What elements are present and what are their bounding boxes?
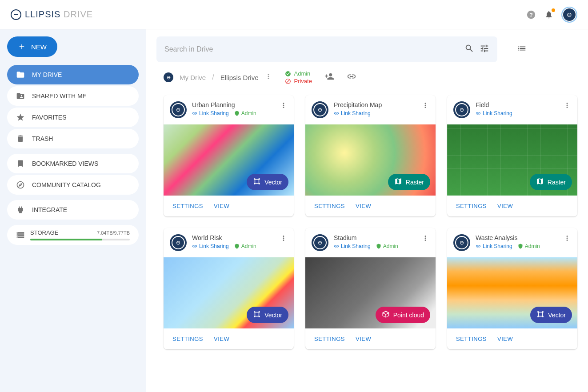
sidebar-item-favorites[interactable]: FAVORITES bbox=[7, 108, 139, 127]
plug-icon bbox=[16, 205, 25, 214]
search-box bbox=[156, 36, 497, 62]
card-preview[interactable]: Vector bbox=[164, 257, 294, 328]
storage-indicator[interactable]: STORAGE 7.04TB/9.77TB bbox=[7, 225, 139, 245]
sidebar-item-label: TRASH bbox=[32, 135, 53, 142]
search-input[interactable] bbox=[164, 45, 459, 53]
new-button[interactable]: NEW bbox=[7, 36, 57, 57]
card-more-icon[interactable] bbox=[563, 234, 571, 244]
card-logo-icon: ⊖ bbox=[170, 101, 187, 118]
main-content: ⊖ My Drive / Ellipsis Drive Admin Privat… bbox=[146, 29, 588, 392]
sidebar-item-integrate[interactable]: INTEGRATE bbox=[7, 200, 139, 220]
type-icon bbox=[536, 310, 544, 320]
card-settings-button[interactable]: SETTINGS bbox=[314, 203, 345, 209]
nav-secondary: BOOKMARKED VIEWS COMMUNITY CATALOG bbox=[7, 154, 139, 196]
card-item[interactable]: ⊖ Field Link Sharing Raster SETTINGS VIE… bbox=[447, 95, 577, 216]
card-logo-icon: ⊖ bbox=[312, 101, 328, 118]
card-more-icon[interactable] bbox=[563, 101, 571, 111]
card-more-icon[interactable] bbox=[421, 234, 429, 244]
card-view-button[interactable]: VIEW bbox=[356, 203, 371, 209]
sidebar-item-shared[interactable]: SHARED WITH ME bbox=[7, 86, 139, 106]
type-icon bbox=[382, 310, 390, 320]
search-icon[interactable] bbox=[464, 44, 474, 55]
card-more-icon[interactable] bbox=[280, 101, 288, 111]
cards-grid: ⊖ Urban Planning Link Sharing Admin Vect… bbox=[164, 95, 577, 360]
card-title: World Risk bbox=[192, 234, 274, 241]
card-item[interactable]: ⊖ Waste Analysis Link Sharing Admin Vect… bbox=[447, 228, 577, 349]
type-icon bbox=[253, 310, 261, 320]
card-view-button[interactable]: VIEW bbox=[497, 336, 513, 342]
trash-icon bbox=[16, 134, 25, 143]
link-icon bbox=[192, 244, 197, 249]
card-type-badge: Raster bbox=[530, 174, 572, 190]
card-preview[interactable]: Vector bbox=[164, 124, 294, 196]
card-item[interactable]: ⊖ Stadium Link Sharing Admin Point cloud… bbox=[305, 228, 436, 349]
card-settings-button[interactable]: SETTINGS bbox=[456, 336, 487, 342]
list-view-icon[interactable] bbox=[517, 44, 527, 55]
card-admin-badge: Admin bbox=[234, 110, 256, 116]
sidebar-item-label: MY DRIVE bbox=[32, 71, 62, 78]
link-icon bbox=[192, 111, 197, 116]
check-circle-icon bbox=[285, 71, 291, 77]
card-admin-badge: Admin bbox=[518, 243, 540, 249]
search-row bbox=[156, 36, 577, 62]
help-icon[interactable]: ? bbox=[526, 9, 536, 20]
shield-icon bbox=[234, 111, 240, 116]
card-item[interactable]: ⊖ Urban Planning Link Sharing Admin Vect… bbox=[164, 95, 294, 216]
card-preview[interactable]: Raster bbox=[447, 124, 577, 196]
more-icon[interactable] bbox=[264, 72, 272, 82]
link-icon[interactable] bbox=[347, 72, 356, 83]
card-link-sharing: Link Sharing bbox=[192, 110, 229, 116]
card-settings-button[interactable]: SETTINGS bbox=[456, 203, 487, 209]
card-preview[interactable]: Point cloud bbox=[305, 257, 436, 328]
card-title: Field bbox=[476, 101, 558, 108]
card-view-button[interactable]: VIEW bbox=[214, 203, 229, 209]
card-admin-badge: Admin bbox=[234, 243, 256, 249]
card-view-button[interactable]: VIEW bbox=[497, 203, 513, 209]
breadcrumb-parent[interactable]: My Drive bbox=[180, 74, 206, 81]
card-logo-icon: ⊖ bbox=[453, 234, 470, 251]
folder-icon bbox=[16, 70, 25, 79]
card-view-button[interactable]: VIEW bbox=[214, 336, 229, 342]
sidebar-item-my-drive[interactable]: MY DRIVE bbox=[7, 65, 139, 84]
sidebar-item-bookmarks[interactable]: BOOKMARKED VIEWS bbox=[7, 154, 139, 173]
link-icon bbox=[476, 244, 481, 249]
card-settings-button[interactable]: SETTINGS bbox=[172, 203, 203, 209]
card-view-button[interactable]: VIEW bbox=[356, 336, 371, 342]
card-admin-badge: Admin bbox=[376, 243, 398, 249]
sidebar-item-label: COMMUNITY CATALOG bbox=[32, 181, 101, 188]
storage-bar bbox=[30, 239, 130, 240]
card-more-icon[interactable] bbox=[421, 101, 429, 111]
card-type-badge: Vector bbox=[530, 307, 572, 323]
type-icon bbox=[536, 177, 544, 187]
card-link-sharing: Link Sharing bbox=[476, 243, 512, 249]
folder-shared-icon bbox=[16, 92, 25, 100]
storage-label: STORAGE bbox=[30, 229, 58, 236]
card-type-badge: Vector bbox=[247, 174, 288, 190]
status-admin: Admin bbox=[285, 70, 312, 77]
sidebar-item-community[interactable]: COMMUNITY CATALOG bbox=[7, 175, 139, 195]
card-settings-button[interactable]: SETTINGS bbox=[314, 336, 345, 342]
nav-tertiary: INTEGRATE bbox=[7, 200, 139, 220]
card-type-badge: Vector bbox=[247, 307, 288, 323]
card-link-sharing: Link Sharing bbox=[192, 243, 229, 249]
card-type-badge: Point cloud bbox=[376, 307, 430, 323]
card-preview[interactable]: Vector bbox=[447, 257, 577, 328]
breadcrumb-status: Admin Private bbox=[285, 70, 312, 84]
card-preview[interactable]: Raster bbox=[305, 124, 436, 196]
logo[interactable]: LLIPSIS DRIVE bbox=[11, 9, 93, 20]
card-link-sharing: Link Sharing bbox=[476, 110, 512, 116]
card-more-icon[interactable] bbox=[280, 234, 288, 244]
sidebar-item-trash[interactable]: TRASH bbox=[7, 129, 139, 148]
shield-icon bbox=[376, 244, 381, 249]
avatar[interactable]: ⊖ bbox=[561, 7, 577, 23]
card-item[interactable]: ⊖ World Risk Link Sharing Admin Vector S… bbox=[164, 228, 294, 349]
card-settings-button[interactable]: SETTINGS bbox=[172, 336, 203, 342]
card-title: Precipitation Map bbox=[334, 101, 416, 108]
add-person-icon[interactable] bbox=[324, 72, 334, 83]
sidebar-item-label: FAVORITES bbox=[32, 114, 67, 121]
status-private: Private bbox=[285, 78, 312, 84]
tune-icon[interactable] bbox=[480, 44, 489, 55]
notifications-icon[interactable] bbox=[544, 9, 554, 20]
card-item[interactable]: ⊖ Precipitation Map Link Sharing Raster … bbox=[305, 95, 436, 216]
card-link-sharing: Link Sharing bbox=[334, 243, 371, 249]
